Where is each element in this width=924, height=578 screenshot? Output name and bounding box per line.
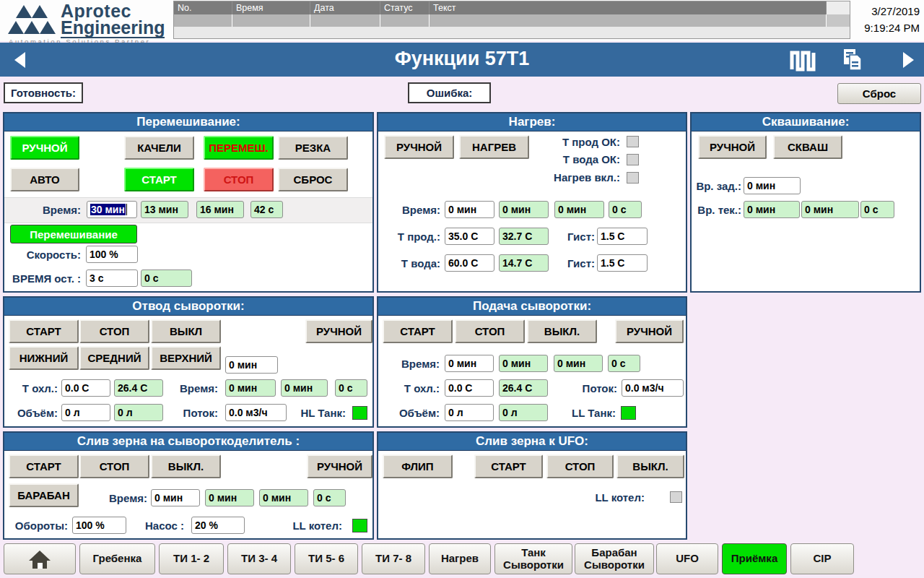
whey-supply-stop-button[interactable]: СТОП xyxy=(455,319,525,343)
heating-tprod-setpoint-input[interactable]: 35.0 C xyxy=(445,228,494,245)
grain-separator-stop-button[interactable]: СТОП xyxy=(79,454,149,478)
mixing-reset-button[interactable]: СБРОС xyxy=(278,168,348,191)
whey-removal-start-button[interactable]: СТАРТ xyxy=(9,319,79,343)
panel-heating-title: Нагрев: xyxy=(378,113,686,131)
top-strip: Aprotec Engineering Automation Solutions… xyxy=(0,0,924,41)
fermentation-time-current-3: 0 с xyxy=(860,201,894,218)
nav-ti-3-4-button[interactable]: ТИ 3- 4 xyxy=(227,543,291,574)
next-page-arrow-icon[interactable] xyxy=(903,52,914,68)
nav-whey-tank-button[interactable]: Танк Сыворотки xyxy=(494,543,572,574)
whey-removal-volume-setpoint-input[interactable]: 0 л xyxy=(61,404,110,421)
nav-ti-5-6-button[interactable]: ТИ 5- 6 xyxy=(295,543,358,574)
whey-removal-stop-button[interactable]: СТОП xyxy=(79,319,149,343)
whey-removal-time-value-2: 0 мин xyxy=(281,379,328,397)
mixing-swing-button[interactable]: КАЧЕЛИ xyxy=(124,136,194,160)
heating-time-setpoint-input[interactable]: 0 мин xyxy=(445,201,494,218)
mixing-manual-button[interactable]: РУЧНОЙ xyxy=(10,136,79,160)
heating-hyst1-input[interactable]: 1.5 C xyxy=(597,228,648,245)
nav-ti-1-2-button[interactable]: ТИ 1- 2 xyxy=(159,543,224,574)
alarm-col-text: Текст xyxy=(430,1,827,14)
whey-removal-tcool-label: Т охл.: xyxy=(4,379,58,397)
mixing-start-button[interactable]: СТАРТ xyxy=(124,168,194,191)
mixing-time-value-2: 16 мин xyxy=(196,201,244,218)
mixing-time-remaining-input[interactable]: 3 с xyxy=(86,269,138,287)
grain-ufo-ll-boiler-label: LL котел: xyxy=(572,488,645,506)
alarm-scrollbar[interactable] xyxy=(827,14,850,27)
panel-grain-separator-title: Слив зерна на сывороткоделитель : xyxy=(4,433,372,451)
whey-supply-time-label: Время: xyxy=(378,355,440,372)
fermentation-ferment-button[interactable]: СКВАШ xyxy=(773,135,842,159)
grain-ufo-stop-button[interactable]: СТОП xyxy=(546,454,614,478)
heating-twater-value: 14.7 C xyxy=(499,254,549,272)
whey-supply-ll-tank-label: LL Танк: xyxy=(561,404,616,421)
text-caret xyxy=(126,204,127,215)
whey-supply-flow-input[interactable]: 0.0 м3/ч xyxy=(622,379,684,397)
nav-grebenka-button[interactable]: Гребенка xyxy=(79,543,155,574)
whey-supply-manual-button[interactable]: РУЧНОЙ xyxy=(615,319,684,343)
nav-ti-7-8-button[interactable]: ТИ 7- 8 xyxy=(362,543,425,574)
heating-manual-button[interactable]: РУЧНОЙ xyxy=(384,135,454,159)
reset-button[interactable]: Сброс xyxy=(837,83,921,104)
date-text: 3/27/2019 xyxy=(864,3,920,20)
whey-removal-time-value-1: 0 мин xyxy=(225,379,276,397)
whey-removal-manual-button[interactable]: РУЧНОЙ xyxy=(305,319,372,343)
panel-fermentation-title: Сквашивание: xyxy=(692,113,920,131)
grain-separator-time-value-2: 0 мин xyxy=(259,489,308,506)
whey-removal-middle-button[interactable]: СРЕДНИЙ xyxy=(79,346,149,370)
grain-separator-pump-input[interactable]: 20 % xyxy=(191,517,245,534)
whey-removal-off-button[interactable]: ВЫКЛ xyxy=(151,319,221,343)
whey-removal-time-set-input[interactable]: 0 мин xyxy=(225,356,278,374)
heating-time-label: Время: xyxy=(378,201,440,218)
nav-cip-button[interactable]: CIP xyxy=(790,543,854,574)
grain-separator-drum-button[interactable]: БАРАБАН xyxy=(9,483,79,507)
grain-separator-off-button[interactable]: ВЫКЛ. xyxy=(151,454,221,478)
nav-home-button[interactable] xyxy=(4,543,76,574)
alarm-table: No. Время Дата Статус Текст xyxy=(173,1,850,39)
panel-whey-removal: Отвод сыворотки: СТАРТ СТОП ВЫКЛ РУЧНОЙ … xyxy=(3,296,374,428)
grain-separator-time-setpoint-input[interactable]: 0 мин xyxy=(151,489,200,506)
whey-supply-off-button[interactable]: ВЫКЛ. xyxy=(527,319,597,343)
whey-supply-volume-setpoint-input[interactable]: 0 л xyxy=(445,404,494,421)
mixing-mix-button[interactable]: ПЕРЕМЕШ. xyxy=(204,136,274,160)
whey-supply-start-button[interactable]: СТАРТ xyxy=(383,319,453,343)
mixing-speed-input[interactable]: 100 % xyxy=(86,246,138,263)
heating-on-label: Нагрев вкл.: xyxy=(487,168,620,186)
grain-ufo-flip-button[interactable]: ФЛИП xyxy=(383,454,453,478)
heating-hyst2-input[interactable]: 1.5 C xyxy=(597,254,648,272)
grain-separator-manual-button[interactable]: РУЧНОЙ xyxy=(307,454,372,478)
nav-whey-drum-button[interactable]: Барабан Сыворотки xyxy=(575,543,654,574)
panel-mixing: Перемешивание: РУЧНОЙ КАЧЕЛИ ПЕРЕМЕШ. РЕ… xyxy=(3,112,374,293)
heating-tprod-ok-checkbox xyxy=(627,136,639,147)
whey-removal-upper-button[interactable]: ВЕРХНИЙ xyxy=(151,346,221,370)
logo-name-bottom: Engineering xyxy=(61,19,165,38)
whey-supply-time-value-3: 0 с xyxy=(608,355,640,372)
fermentation-manual-button[interactable]: РУЧНОЙ xyxy=(698,135,767,159)
whey-removal-flow-input[interactable]: 0.0 м3/ч xyxy=(225,404,287,421)
mixing-time-setpoint-input[interactable]: 30 мин xyxy=(87,201,137,218)
whey-supply-time-setpoint-input[interactable]: 0 мин xyxy=(445,355,494,372)
panel-grain-separator: Слив зерна на сывороткоделитель : СТАРТ … xyxy=(3,431,374,540)
whey-removal-lower-button[interactable]: НИЖНИЙ xyxy=(9,346,79,370)
mixing-auto-button[interactable]: АВТО xyxy=(10,168,79,191)
nav-priemka-button[interactable]: Приёмка xyxy=(722,543,787,574)
copy-icon[interactable] xyxy=(837,48,868,72)
heating-twater-setpoint-input[interactable]: 60.0 C xyxy=(445,254,494,272)
mixing-time-value-1: 13 мин xyxy=(141,201,188,218)
grain-separator-rpm-input[interactable]: 100 % xyxy=(72,517,126,534)
trend-icon[interactable] xyxy=(788,48,819,72)
whey-supply-tcool-setpoint-input[interactable]: 0.0 C xyxy=(445,379,494,397)
grain-separator-rpm-label: Обороты: xyxy=(4,517,68,534)
mixing-stop-button[interactable]: СТОП xyxy=(204,168,274,191)
mixing-cut-button[interactable]: РЕЗКА xyxy=(278,136,348,160)
fermentation-time-set-input[interactable]: 0 мин xyxy=(744,177,801,194)
grain-ufo-off-button[interactable]: ВЫКЛ. xyxy=(616,454,684,478)
nav-ufo-button[interactable]: UFO xyxy=(656,543,718,574)
whey-removal-flow-label: Поток: xyxy=(167,404,218,421)
panel-whey-removal-title: Отвод сыворотки: xyxy=(4,298,372,316)
fermentation-time-set-label: Вр. зад.: xyxy=(692,177,741,194)
whey-removal-tcool-setpoint-input[interactable]: 0.0 C xyxy=(61,379,110,397)
nav-heating-button[interactable]: Нагрев xyxy=(429,543,491,574)
whey-supply-time-value-2: 0 мин xyxy=(554,355,603,372)
grain-separator-start-button[interactable]: СТАРТ xyxy=(9,454,79,478)
grain-ufo-start-button[interactable]: СТАРТ xyxy=(474,454,543,478)
